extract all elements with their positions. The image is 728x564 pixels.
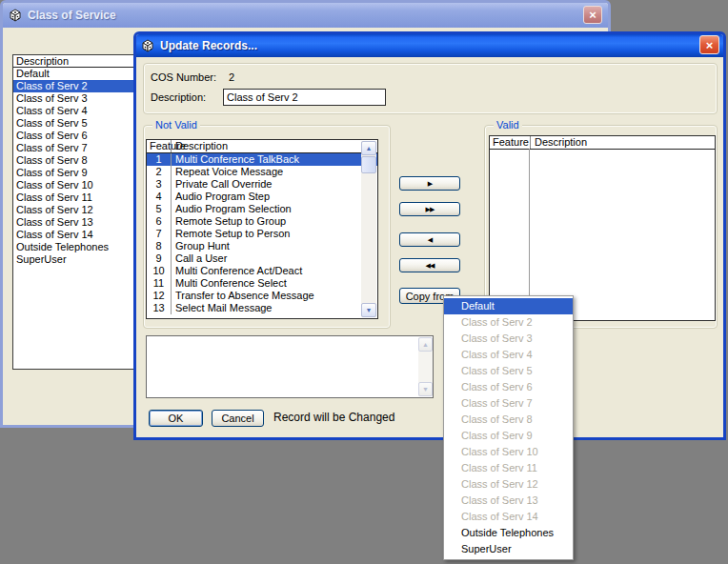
feature-description: Transfer to Absence Message [171, 290, 377, 302]
feature-description: Multi Conference Act/Deact [171, 265, 377, 277]
feature-row[interactable]: 10 Multi Conference Act/Deact [147, 265, 377, 277]
feature-description: Remote Setup to Group [171, 215, 377, 228]
feature-row[interactable]: 8 Group Hunt [147, 240, 377, 252]
feature-description: Call a User [171, 252, 377, 265]
menu-item[interactable]: SuperUser [444, 541, 573, 557]
feature-row[interactable]: 13 Select Mail Message [147, 302, 377, 314]
close-button[interactable]: × [583, 6, 602, 24]
move-all-right-button[interactable]: ▶▶ [399, 202, 460, 216]
scrollbar-track[interactable] [361, 173, 376, 303]
move-all-left-button[interactable]: ◀◀ [399, 258, 460, 272]
window-title: Class of Service [28, 9, 116, 22]
copy-from-menu: Default Class of Serv 2 Class of Serv 3 … [443, 295, 574, 560]
scroll-down-icon[interactable]: ▼ [361, 303, 376, 317]
feature-description: Group Hunt [171, 240, 377, 252]
feature-description: Multi Conference TalkBack [171, 153, 377, 166]
description-column-header: Description [171, 140, 377, 152]
menu-item-disabled: Class of Serv 14 [444, 509, 573, 525]
menu-item-disabled: Class of Serv 12 [444, 476, 573, 493]
menu-item-disabled: Class of Serv 7 [444, 395, 573, 412]
feature-number: 6 [147, 215, 171, 228]
cos-number-value: 2 [229, 71, 234, 84]
menu-item-disabled: Class of Serv 5 [444, 363, 573, 379]
column-divider [529, 149, 530, 320]
feature-number: 10 [147, 265, 171, 277]
feature-number: 2 [147, 166, 171, 178]
menu-item-disabled: Class of Serv 2 [444, 314, 573, 331]
menu-item-disabled: Class of Serv 13 [444, 493, 573, 509]
not-valid-scrollbar[interactable]: ▲ ▼ [361, 141, 376, 317]
memo-field[interactable] [146, 335, 434, 398]
feature-row-selected[interactable]: 1 Multi Conference TalkBack [147, 153, 377, 166]
memo-scrollbar[interactable]: ▲ ▼ [418, 337, 433, 396]
feature-number: 13 [147, 302, 171, 314]
cos-number-label: COS Number: [151, 71, 216, 84]
feature-number: 3 [147, 178, 171, 191]
menu-item-disabled: Class of Serv 6 [444, 379, 573, 395]
valid-table[interactable]: Feature Description [489, 135, 716, 321]
menu-item-disabled: Class of Serv 4 [444, 347, 573, 363]
feature-description: Remote Setup to Person [171, 228, 377, 240]
menu-item-disabled: Class of Serv 9 [444, 428, 573, 444]
feature-description: Audio Program Selection [171, 203, 377, 215]
feature-row[interactable]: 12 Transfer to Absence Message [147, 290, 377, 302]
feature-description: Select Mail Message [171, 302, 377, 314]
feature-description: Repeat Voice Message [171, 166, 377, 178]
feature-number: 11 [147, 277, 171, 290]
status-text: Record will be Changed [273, 411, 394, 424]
dice-cube-icon [8, 8, 23, 23]
feature-column-header: Feature [490, 136, 530, 149]
feature-number: 12 [147, 290, 171, 302]
dialog-body: COS Number: 2 Description: Not Valid Fea… [136, 57, 723, 437]
dialog-close-button[interactable]: × [699, 35, 719, 54]
feature-number: 9 [147, 252, 171, 265]
dice-cube-icon [140, 38, 155, 53]
scroll-down-icon[interactable]: ▼ [418, 382, 433, 396]
menu-item-disabled: Class of Serv 11 [444, 460, 573, 476]
menu-item-highlighted[interactable]: Default [444, 298, 573, 314]
table-header: Feature Description [147, 140, 377, 153]
scroll-up-icon[interactable]: ▲ [361, 141, 376, 155]
menu-item-disabled: Class of Serv 10 [444, 444, 573, 460]
menu-item-disabled: Class of Serv 3 [444, 331, 573, 347]
feature-row[interactable]: 6 Remote Setup to Group [147, 215, 377, 228]
feature-row[interactable]: 7 Remote Setup to Person [147, 228, 377, 240]
update-records-dialog: Update Records... × COS Number: 2 Descri… [133, 31, 726, 440]
valid-label: Valid [494, 119, 522, 131]
feature-row[interactable]: 2 Repeat Voice Message [147, 166, 377, 178]
table-header: Feature Description [490, 136, 715, 150]
ok-button[interactable]: OK [149, 410, 203, 427]
feature-number: 1 [147, 153, 171, 166]
feature-row[interactable]: 3 Private Call Override [147, 178, 377, 191]
feature-number: 5 [147, 203, 171, 215]
scroll-up-icon[interactable]: ▲ [418, 337, 433, 352]
feature-row[interactable]: 5 Audio Program Selection [147, 203, 377, 215]
feature-column-header: Feature [147, 140, 171, 152]
description-column-header: Description [530, 136, 715, 149]
feature-row[interactable]: 9 Call a User [147, 252, 377, 265]
menu-item-disabled: Class of Serv 8 [444, 412, 573, 428]
feature-number: 8 [147, 240, 171, 252]
description-label: Description: [151, 91, 206, 104]
move-left-button[interactable]: ◀ [399, 232, 460, 247]
cancel-button[interactable]: Cancel [212, 410, 264, 427]
feature-number: 4 [147, 191, 171, 203]
not-valid-table[interactable]: Feature Description 1 Multi Conference T… [146, 139, 378, 319]
feature-description: Audio Program Step [171, 191, 377, 203]
feature-description: Private Call Override [171, 178, 377, 191]
feature-description: Multi Conference Select [171, 277, 377, 290]
scrollbar-thumb[interactable] [361, 156, 376, 173]
description-field[interactable] [223, 89, 386, 106]
move-right-button[interactable]: ▶ [399, 176, 460, 191]
feature-row[interactable]: 11 Multi Conference Select [147, 277, 377, 290]
dialog-titlebar[interactable]: Update Records... × [136, 34, 723, 57]
feature-row[interactable]: 4 Audio Program Step [147, 191, 377, 203]
menu-item[interactable]: Outside Telephones [444, 525, 573, 541]
feature-number: 7 [147, 228, 171, 240]
dialog-title: Update Records... [160, 39, 257, 52]
not-valid-label: Not Valid [152, 119, 200, 131]
window-titlebar[interactable]: Class of Service × [3, 3, 608, 28]
